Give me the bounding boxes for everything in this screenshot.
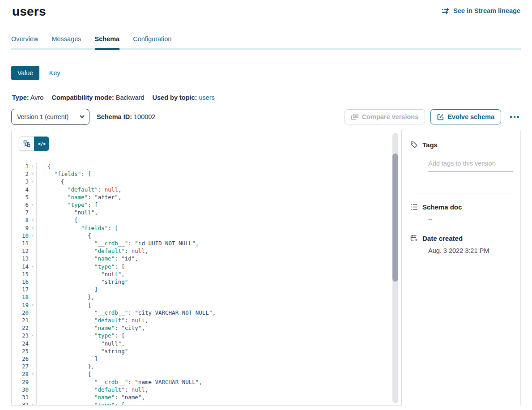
- type-value: Avro: [30, 94, 44, 101]
- fold-arrow-icon[interactable]: ▾: [29, 301, 36, 309]
- code-lines: 1▾{2▾"fields": [3▾{4"default": null,5"na…: [12, 162, 401, 406]
- code-line: 20"__crdb__": "city VARCHAR NOT NULL",: [12, 309, 401, 316]
- code-view-button[interactable]: </>: [34, 137, 49, 151]
- fold-arrow-icon[interactable]: ▾: [29, 332, 36, 339]
- compatibility-value: Backward: [116, 94, 145, 101]
- scrollbar-thumb[interactable]: [392, 154, 398, 282]
- stream-lineage-icon: [442, 8, 450, 14]
- code-line: 19▾{: [12, 301, 401, 309]
- fold-arrow-icon[interactable]: ▾: [29, 201, 36, 209]
- tab-messages[interactable]: Messages: [51, 35, 81, 48]
- code-line: 16"string": [12, 278, 401, 286]
- code-line: 7"null",: [12, 209, 401, 216]
- key-button[interactable]: Key: [49, 69, 60, 77]
- fold-arrow-icon[interactable]: ▾: [29, 370, 36, 378]
- code-line: 1▾{: [12, 162, 401, 170]
- code-line: 14▾"type": [: [12, 263, 401, 270]
- code-line: 2▾"fields": [: [12, 170, 401, 178]
- schema-doc-section: Schema doc --: [410, 203, 513, 223]
- ellipsis-icon: [510, 116, 512, 118]
- code-line: 13"name": "id",: [12, 255, 401, 262]
- code-line: 15"null",: [12, 270, 401, 278]
- compare-versions-label: Compare versions: [362, 113, 419, 120]
- code-line: 10▾{: [12, 232, 401, 239]
- more-options-button[interactable]: [508, 113, 521, 120]
- date-created-title: Date created: [422, 235, 463, 242]
- schema-sidebar: Tags Schema doc --: [402, 130, 521, 406]
- type-label: Type:: [12, 94, 29, 101]
- code-line: 12"default": null,: [12, 247, 401, 255]
- tags-title: Tags: [422, 141, 438, 149]
- topic-link[interactable]: users: [199, 94, 214, 101]
- code-line: 8▾{: [12, 216, 401, 224]
- schema-doc-value: --: [428, 216, 513, 223]
- list-icon: [410, 204, 418, 210]
- fold-arrow-icon[interactable]: ▾: [29, 216, 36, 224]
- tab-schema[interactable]: Schema: [95, 35, 120, 48]
- code-line: 29"__crdb__": "name VARCHAR NULL",: [12, 378, 401, 386]
- code-line: 17]: [12, 286, 401, 293]
- calendar-plus-icon: [410, 235, 418, 242]
- code-line: 18},: [12, 293, 401, 301]
- edit-icon: [437, 114, 444, 120]
- value-key-toggle: Value Key: [11, 66, 532, 80]
- fold-arrow-icon[interactable]: ▾: [29, 162, 36, 170]
- add-tags-input[interactable]: [428, 158, 513, 171]
- fold-arrow-icon[interactable]: ▾: [29, 232, 36, 239]
- tree-view-icon: [23, 140, 30, 147]
- tree-view-button[interactable]: [19, 137, 34, 151]
- schema-id-label: Schema ID:: [97, 113, 132, 120]
- schema-id-value: 100002: [134, 113, 155, 120]
- code-line: 4"default": null,: [12, 186, 401, 193]
- code-line: 3▾{: [12, 178, 401, 185]
- fold-arrow-icon[interactable]: ▾: [29, 263, 36, 270]
- tag-icon: [410, 141, 418, 149]
- fold-arrow-icon[interactable]: ▾: [29, 170, 36, 178]
- fold-arrow-icon[interactable]: ▾: [29, 178, 36, 185]
- tab-configuration[interactable]: Configuration: [133, 35, 171, 48]
- version-select[interactable]: Version 1 (current): [11, 109, 89, 125]
- tab-underline-track: [11, 48, 521, 50]
- code-line: 6▾"type": [: [12, 201, 401, 209]
- compatibility-label: Compatibility mode:: [51, 94, 114, 101]
- tab-bar: Overview Messages Schema Configuration: [11, 35, 521, 48]
- controls-row: Version 1 (current) Schema ID: 100002: [11, 109, 521, 125]
- schema-meta-row: Type: Avro Compatibility mode: Backward …: [12, 94, 532, 101]
- code-view-icon: </>: [38, 141, 46, 147]
- value-button[interactable]: Value: [11, 66, 39, 80]
- code-line: 23▾"type": [: [12, 332, 401, 339]
- schema-page: users See in Stream lineage Overview Mes…: [0, 0, 532, 410]
- scrollbar-track[interactable]: [392, 133, 398, 403]
- code-line: 24"null",: [12, 340, 401, 347]
- tags-section-title: Tags: [410, 141, 513, 149]
- code-line: 11"__crdb__": "id UUID NOT NULL",: [12, 239, 401, 247]
- code-line: 5"name": "after",: [12, 193, 401, 201]
- used-by-topic-label: Used by topic:: [153, 94, 197, 101]
- compare-versions-button[interactable]: Compare versions: [345, 109, 426, 124]
- tab-overview[interactable]: Overview: [11, 35, 38, 48]
- code-line: 30"default": null,: [12, 386, 401, 393]
- code-line: 9▾"fields": [: [12, 224, 401, 232]
- code-line: 25"string": [12, 347, 401, 355]
- evolve-schema-button[interactable]: Evolve schema: [430, 109, 501, 124]
- code-line: 26]: [12, 355, 401, 363]
- schema-main: </> 1▾{2▾"fields": [3▾{4"default": null,…: [11, 130, 521, 406]
- code-line: 31"name": "name",: [12, 393, 401, 401]
- page-header: users See in Stream lineage: [0, 0, 532, 19]
- code-line: 28▾{: [12, 370, 401, 378]
- date-created-value: Aug. 3 2022 3:21 PM: [428, 247, 513, 254]
- schema-code-panel: </> 1▾{2▾"fields": [3▾{4"default": null,…: [11, 130, 402, 406]
- fold-arrow-icon[interactable]: ▾: [29, 401, 36, 406]
- code-line: 27},: [12, 363, 401, 370]
- compare-versions-icon: [351, 114, 358, 120]
- code-line: 21"default": null,: [12, 316, 401, 324]
- code-line: 32▾"type": [: [12, 401, 401, 406]
- code-line: 22"name": "city",: [12, 324, 401, 332]
- view-mode-toggle: </>: [19, 137, 49, 151]
- evolve-schema-label: Evolve schema: [447, 113, 494, 120]
- fold-arrow-icon[interactable]: ▾: [29, 224, 36, 232]
- stream-lineage-link[interactable]: See in Stream lineage: [442, 7, 520, 14]
- schema-doc-title: Schema doc: [422, 203, 462, 211]
- date-created-section: Date created Aug. 3 2022 3:21 PM: [410, 235, 513, 254]
- sidebar-divider: [414, 193, 513, 193]
